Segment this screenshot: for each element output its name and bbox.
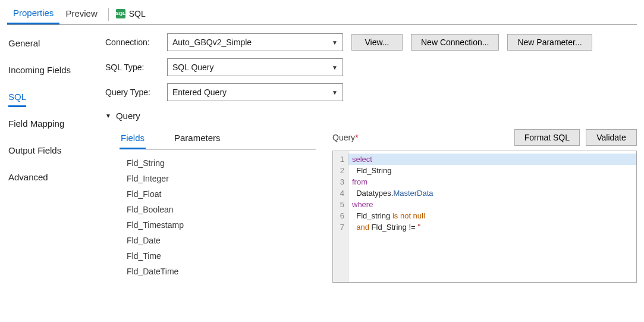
validate-button[interactable]: Validate xyxy=(586,129,637,146)
sql-db-icon: SQL xyxy=(116,9,125,18)
chevron-down-icon: ▼ xyxy=(332,89,338,96)
field-item[interactable]: Fld_Date xyxy=(120,233,316,248)
connection-value: Auto_GBQv2_Simple xyxy=(172,37,252,47)
querytype-value: Entered Query xyxy=(172,87,227,97)
tab-divider xyxy=(108,8,109,21)
tab-fields[interactable]: Fields xyxy=(120,129,146,149)
field-item[interactable]: Fld_Timestamp xyxy=(120,217,316,233)
tab-preview[interactable]: Preview xyxy=(59,5,103,23)
top-tab-bar: Properties Preview SQL SQL xyxy=(7,4,637,25)
field-item[interactable]: Fld_Boolean xyxy=(120,202,316,217)
new-connection-button[interactable]: New Connection... xyxy=(411,34,499,51)
chevron-down-icon: ▼ xyxy=(332,64,338,71)
new-parameter-button[interactable]: New Parameter... xyxy=(507,34,592,51)
querytype-label: Query Type: xyxy=(105,87,167,97)
side-output-fields[interactable]: Output Fields xyxy=(7,140,99,161)
query-section-header[interactable]: ▼ Query xyxy=(105,111,637,121)
sqltype-select[interactable]: SQL Query ▼ xyxy=(167,58,343,76)
sqltype-value: SQL Query xyxy=(172,62,214,72)
tab-sql[interactable]: SQL SQL xyxy=(114,5,152,23)
field-item[interactable]: Fld_Time xyxy=(120,248,316,264)
sql-editor[interactable]: 1234567 select Fld_String from Datatypes… xyxy=(332,151,637,283)
field-item[interactable]: Fld_DateTime xyxy=(120,264,316,279)
connection-select[interactable]: Auto_GBQv2_Simple ▼ xyxy=(167,33,343,51)
collapse-icon: ▼ xyxy=(105,112,111,119)
tab-sql-label: SQL xyxy=(129,9,146,18)
tab-properties[interactable]: Properties xyxy=(7,4,59,24)
fields-tabs: Fields Parameters xyxy=(120,129,316,149)
field-item[interactable]: Fld_Float xyxy=(120,186,316,202)
query-label: Query* xyxy=(332,133,506,142)
side-sql[interactable]: SQL xyxy=(7,87,99,108)
side-incoming-fields[interactable]: Incoming Fields xyxy=(7,60,99,81)
side-general[interactable]: General xyxy=(7,33,99,54)
format-sql-button[interactable]: Format SQL xyxy=(514,129,580,146)
field-item[interactable]: Fld_Integer xyxy=(120,171,316,186)
sqltype-label: SQL Type: xyxy=(105,62,167,72)
side-advanced[interactable]: Advanced xyxy=(7,167,99,188)
view-button[interactable]: View... xyxy=(351,34,403,51)
querytype-select[interactable]: Entered Query ▼ xyxy=(167,83,343,101)
chevron-down-icon: ▼ xyxy=(332,39,338,46)
side-field-mapping[interactable]: Field Mapping xyxy=(7,114,99,135)
query-section-label: Query xyxy=(116,111,140,121)
field-item[interactable]: Fld_String xyxy=(120,155,316,171)
side-nav: General Incoming Fields SQL Field Mappin… xyxy=(7,33,99,283)
code-area[interactable]: select Fld_String from Datatypes.MasterD… xyxy=(348,151,636,282)
connection-label: Connection: xyxy=(105,37,167,47)
line-gutter: 1234567 xyxy=(333,151,348,282)
tab-parameters[interactable]: Parameters xyxy=(173,129,222,149)
